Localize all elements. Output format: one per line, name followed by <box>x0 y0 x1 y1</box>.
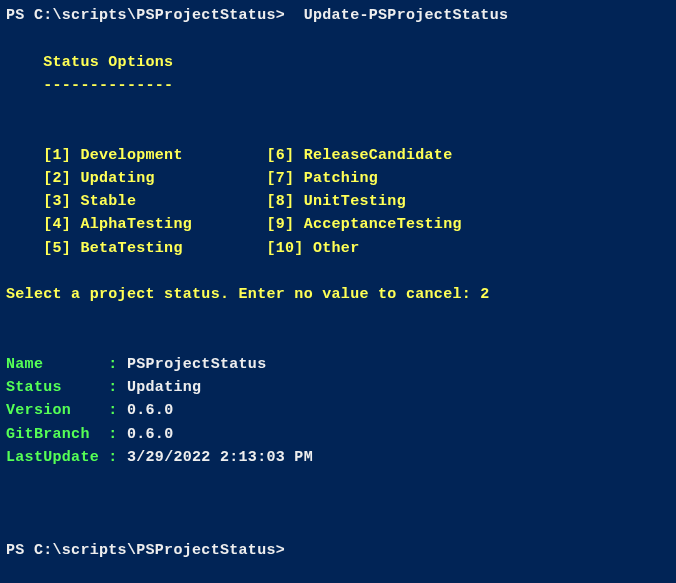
select-prompt[interactable]: Select a project status. Enter no value … <box>6 283 670 306</box>
option-row-4: [4] AlphaTesting [9] AcceptanceTesting <box>6 213 670 236</box>
result-version: Version : 0.6.0 <box>6 399 670 422</box>
option-row-1: [1] Development [6] ReleaseCandidate <box>6 144 670 167</box>
blank-line <box>6 469 670 492</box>
blank-line <box>6 260 670 283</box>
blank-line <box>6 330 670 353</box>
status-options-underline: -------------- <box>6 74 670 97</box>
result-gitbranch-value: 0.6.0 <box>127 426 174 443</box>
result-name-value: PSProjectStatus <box>127 356 267 373</box>
prompt-line-1: PS C:\scripts\PSProjectStatus> Update-PS… <box>6 4 670 27</box>
option-row-2: [2] Updating [7] Patching <box>6 167 670 190</box>
result-name: Name : PSProjectStatus <box>6 353 670 376</box>
result-lastupdate: LastUpdate : 3/29/2022 2:13:03 PM <box>6 446 670 469</box>
blank-line <box>6 27 670 50</box>
result-lastupdate-label: LastUpdate : <box>6 449 127 466</box>
result-lastupdate-value: 3/29/2022 2:13:03 PM <box>127 449 313 466</box>
result-version-value: 0.6.0 <box>127 402 174 419</box>
result-name-label: Name : <box>6 356 127 373</box>
option-row-5: [5] BetaTesting [10] Other <box>6 237 670 260</box>
status-options-header: Status Options <box>6 51 670 74</box>
result-gitbranch: GitBranch : 0.6.0 <box>6 423 670 446</box>
blank-line <box>6 516 670 539</box>
result-gitbranch-label: GitBranch : <box>6 426 127 443</box>
result-status-value: Updating <box>127 379 201 396</box>
blank-line <box>6 120 670 143</box>
result-status: Status : Updating <box>6 376 670 399</box>
blank-line <box>6 97 670 120</box>
blank-line <box>6 492 670 515</box>
prompt-line-2[interactable]: PS C:\scripts\PSProjectStatus> <box>6 539 670 562</box>
result-version-label: Version : <box>6 402 127 419</box>
blank-line <box>6 306 670 329</box>
option-row-3: [3] Stable [8] UnitTesting <box>6 190 670 213</box>
result-status-label: Status : <box>6 379 127 396</box>
